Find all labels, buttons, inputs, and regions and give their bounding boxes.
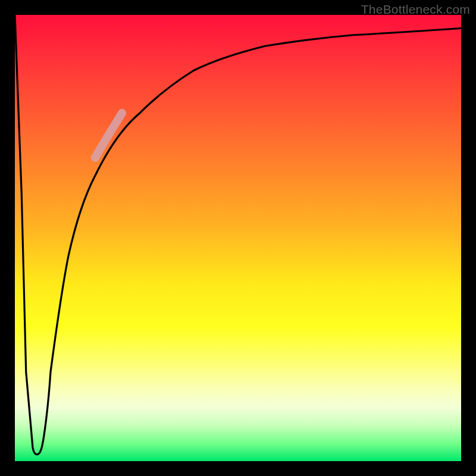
bottleneck-curve — [15, 15, 461, 455]
watermark-text: TheBottleneck.com — [361, 2, 470, 17]
chart-frame: TheBottleneck.com — [0, 0, 476, 476]
plot-area — [15, 15, 461, 461]
curve-layer — [15, 15, 461, 461]
